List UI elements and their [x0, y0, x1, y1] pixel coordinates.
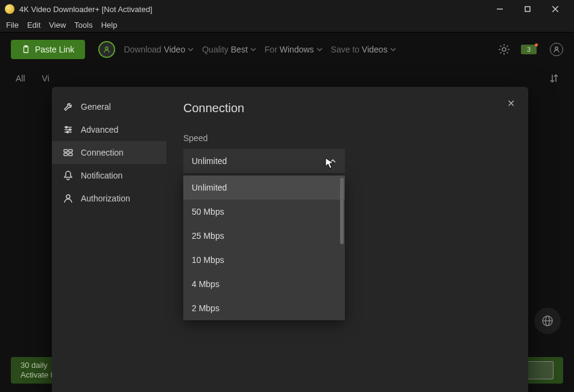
chevron-down-icon: [317, 46, 323, 52]
menu-tools[interactable]: Tools: [71, 19, 96, 31]
speed-option-2[interactable]: 2 Mbps: [183, 296, 345, 320]
window-title: 4K Video Downloader+ [Not Activated]: [19, 5, 486, 14]
settings-modal: General Advanced Connection Notification…: [52, 87, 528, 392]
sort-icon[interactable]: [550, 74, 558, 83]
browser-button[interactable]: [534, 308, 561, 334]
chevron-down-icon: [250, 46, 256, 52]
menu-edit[interactable]: Edit: [24, 19, 44, 31]
menu-view[interactable]: View: [45, 19, 69, 31]
wrench-icon: [63, 101, 74, 112]
minimize-button[interactable]: [486, 0, 514, 18]
svg-rect-23: [69, 153, 72, 156]
menu-help[interactable]: Help: [98, 19, 121, 31]
maximize-button[interactable]: [514, 0, 541, 18]
menu-file[interactable]: File: [2, 19, 22, 31]
notification-badge[interactable]: 3: [521, 45, 537, 54]
dropdown-scrollbar[interactable]: [340, 178, 344, 244]
globe-icon: [541, 315, 554, 327]
svg-point-7: [502, 48, 506, 51]
svg-rect-24: [64, 153, 68, 156]
settings-content: Connection ✕ Speed Unlimited Unlimited 5…: [166, 87, 528, 392]
chevron-down-icon: [390, 46, 396, 52]
filter-all[interactable]: All: [16, 74, 25, 83]
user-icon: [63, 193, 74, 204]
toolbar-platform[interactable]: For Windows: [265, 45, 323, 54]
settings-close-button[interactable]: ✕: [507, 98, 515, 109]
sidebar-item-notification[interactable]: Notification: [52, 164, 166, 187]
connection-icon: [63, 147, 74, 158]
svg-rect-22: [64, 150, 68, 152]
account-avatar[interactable]: [98, 41, 115, 58]
menubar: File Edit View Tools Help: [0, 18, 574, 33]
svg-point-6: [106, 47, 108, 49]
settings-sidebar: General Advanced Connection Notification…: [52, 87, 166, 392]
chevron-down-icon: [188, 46, 194, 52]
speed-option-10[interactable]: 10 Mbps: [183, 248, 345, 272]
speed-option-4[interactable]: 4 Mbps: [183, 272, 345, 296]
user-button[interactable]: [550, 43, 563, 56]
paste-link-label: Paste Link: [35, 45, 74, 54]
toolbar-saveto[interactable]: Save to Videos: [331, 45, 396, 54]
sidebar-item-advanced[interactable]: Advanced: [52, 118, 166, 141]
paste-link-button[interactable]: Paste Link: [11, 40, 85, 59]
speed-select[interactable]: Unlimited Unlimited 50 Mbps 25 Mbps 10 M…: [183, 149, 345, 173]
clip-icon: [22, 45, 30, 54]
svg-point-8: [555, 47, 558, 49]
chevron-up-icon: [329, 157, 336, 165]
app-icon: [5, 4, 14, 14]
close-button[interactable]: [541, 0, 569, 18]
speed-option-50[interactable]: 50 Mbps: [183, 200, 345, 224]
toolbar: Paste Link Download Video Quality Best F…: [0, 33, 574, 66]
toolbar-download[interactable]: Download Video: [124, 45, 194, 54]
speed-option-25[interactable]: 25 Mbps: [183, 224, 345, 248]
speed-label: Speed: [183, 133, 511, 143]
sidebar-item-authorization[interactable]: Authorization: [52, 187, 166, 210]
gear-icon[interactable]: [498, 43, 510, 55]
settings-title: Connection: [183, 101, 511, 115]
sliders-icon: [63, 124, 74, 135]
sidebar-item-general[interactable]: General: [52, 95, 166, 118]
sidebar-item-connection[interactable]: Connection: [52, 141, 166, 164]
toolbar-quality[interactable]: Quality Best: [202, 45, 256, 54]
svg-rect-25: [69, 150, 72, 152]
speed-selected: Unlimited: [192, 156, 227, 166]
titlebar: 4K Video Downloader+ [Not Activated]: [0, 0, 574, 18]
svg-rect-1: [525, 7, 530, 11]
speed-option-unlimited[interactable]: Unlimited: [183, 175, 345, 200]
speed-dropdown: Unlimited 50 Mbps 25 Mbps 10 Mbps 4 Mbps…: [183, 175, 345, 320]
bell-icon: [63, 170, 74, 181]
filter-item[interactable]: Vi: [42, 74, 49, 83]
svg-point-26: [66, 195, 70, 198]
